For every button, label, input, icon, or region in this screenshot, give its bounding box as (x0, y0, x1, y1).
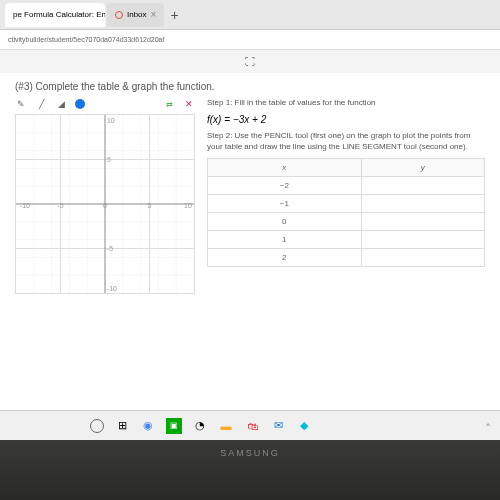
table-row: −2 (208, 177, 485, 195)
cortana-icon[interactable] (90, 419, 104, 433)
svg-text:10: 10 (184, 202, 192, 209)
new-tab-button[interactable]: + (170, 7, 178, 23)
step2-text: Step 2: Use the PENCIL tool (first one) … (207, 131, 485, 152)
svg-text:-10: -10 (107, 285, 117, 292)
svg-text:10: 10 (107, 117, 115, 124)
y-cell[interactable] (361, 231, 484, 249)
y-cell[interactable] (361, 177, 484, 195)
table-row: −1 (208, 195, 485, 213)
laptop-brand: SAMSUNG (0, 440, 500, 458)
steam-icon[interactable]: ◔ (192, 418, 208, 434)
svg-text:5: 5 (148, 202, 152, 209)
tab-active[interactable]: pe Formula Calculator: Enter × (5, 3, 105, 27)
inbox-icon (115, 11, 123, 19)
y-cell[interactable] (361, 249, 484, 267)
function-formula: f(x) = −3x + 2 (207, 114, 485, 125)
file-icon[interactable]: ▬ (218, 418, 234, 434)
y-cell[interactable] (361, 213, 484, 231)
page-content: (#3) Complete the table & graph the func… (0, 73, 500, 423)
table-row: 0 (208, 213, 485, 231)
coordinate-graph[interactable]: -10 -5 0 5 10 10 5 -5 -10 (15, 114, 195, 294)
table-row: 2 (208, 249, 485, 267)
browser-tab-bar: pe Formula Calculator: Enter × Inbox × + (0, 0, 500, 30)
close-icon[interactable]: × (151, 9, 157, 20)
url-bar[interactable]: ctivitybuilder/student/5ec7070da074d33d6… (0, 30, 500, 50)
values-table: x y −2 −1 0 1 2 (207, 158, 485, 267)
fullscreen-icon[interactable]: ⛶ (0, 50, 500, 73)
swap-icon[interactable]: ⇄ (163, 98, 175, 110)
windows-taskbar: ⊞ ◉ ▣ ◔ ▬ 🛍 ✉ ◆ ^ (0, 410, 500, 440)
graph-toolbar: ✎ ╱ ◢ ⇄ ✕ (15, 98, 195, 110)
tab-title: pe Formula Calculator: Enter (13, 10, 105, 19)
question-title: (#3) Complete the table & graph the func… (15, 81, 485, 92)
color-picker-icon[interactable] (75, 99, 85, 109)
chrome-icon[interactable]: ◉ (140, 418, 156, 434)
app-icon[interactable]: ▣ (166, 418, 182, 434)
mail-icon[interactable]: ✉ (270, 418, 286, 434)
laptop-bezel: SAMSUNG (0, 440, 500, 500)
eraser-tool-icon[interactable]: ◢ (55, 98, 67, 110)
table-row: 1 (208, 231, 485, 249)
svg-text:-5: -5 (58, 202, 64, 209)
column-header-y: y (361, 159, 484, 177)
svg-text:5: 5 (107, 156, 111, 163)
task-view-icon[interactable]: ⊞ (114, 418, 130, 434)
store-icon[interactable]: 🛍 (244, 418, 260, 434)
pencil-tool-icon[interactable]: ✎ (15, 98, 27, 110)
line-tool-icon[interactable]: ╱ (35, 98, 47, 110)
tray-caret[interactable]: ^ (486, 421, 490, 430)
svg-text:-10: -10 (20, 202, 30, 209)
url-text: ctivitybuilder/student/5ec7070da074d33d6… (8, 36, 164, 43)
svg-text:-5: -5 (107, 245, 113, 252)
tab-title: Inbox (127, 10, 147, 19)
column-header-x: x (208, 159, 362, 177)
tab-inactive[interactable]: Inbox × (107, 3, 164, 27)
svg-text:0: 0 (103, 202, 107, 209)
clear-icon[interactable]: ✕ (183, 98, 195, 110)
y-cell[interactable] (361, 195, 484, 213)
step1-text: Step 1: Fill in the table of values for … (207, 98, 485, 108)
app-icon-2[interactable]: ◆ (296, 418, 312, 434)
